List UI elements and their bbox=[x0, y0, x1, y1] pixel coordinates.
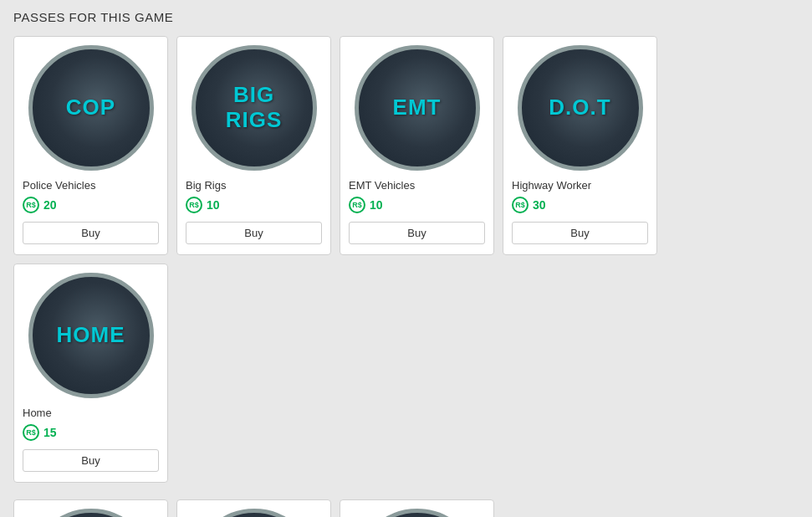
pass-name-big-rigs: Big Rigs bbox=[186, 179, 226, 192]
pass-name-emt: EMT Vehicles bbox=[349, 179, 415, 192]
pass-card-cop: COPPolice VehiclesR$20Buy bbox=[13, 36, 168, 255]
robux-icon: R$ bbox=[186, 197, 202, 213]
pass-price-amount-home: 15 bbox=[43, 426, 57, 439]
pass-price-amount-dot: 30 bbox=[533, 198, 546, 212]
pass-icon-dot: D.O.T bbox=[518, 45, 643, 171]
pass-card-dot: D.O.THighway WorkerR$30Buy bbox=[503, 36, 657, 255]
pass-card-radio: RADIOCar RadioR$20Buy bbox=[13, 499, 168, 517]
pass-icon-emt: EMT bbox=[355, 45, 480, 171]
robux-symbol: R$ bbox=[352, 202, 362, 209]
buy-button-big-rigs[interactable]: Buy bbox=[186, 222, 322, 244]
pass-price-row-big-rigs: R$10 bbox=[186, 197, 220, 213]
robux-icon: R$ bbox=[349, 197, 365, 213]
pass-price-amount-emt: 10 bbox=[370, 198, 383, 212]
pass-price-amount-cop: 20 bbox=[43, 198, 57, 212]
pass-icon-text-cop: COP bbox=[66, 95, 115, 120]
robux-icon: R$ bbox=[23, 424, 39, 441]
buy-button-cop[interactable]: Buy bbox=[23, 222, 159, 244]
pass-price-row-emt: R$10 bbox=[349, 197, 383, 213]
page-title: PASSES FOR THIS GAME bbox=[13, 10, 799, 24]
pass-icon-radio: RADIO bbox=[28, 509, 154, 517]
buy-button-home[interactable]: Buy bbox=[23, 449, 159, 472]
robux-icon: R$ bbox=[512, 197, 529, 213]
pass-name-dot: Highway Worker bbox=[512, 179, 591, 192]
pass-price-row-cop: R$20 bbox=[23, 197, 57, 213]
pass-icon-text-big-rigs: BIGRIGS bbox=[226, 83, 283, 133]
pass-icon-text-emt: EMT bbox=[393, 95, 442, 120]
pass-price-row-home: R$15 bbox=[23, 424, 57, 441]
pass-card-gun: GUNGunR$20Buy bbox=[340, 499, 494, 517]
pass-icon-text-home: HOME bbox=[57, 323, 125, 348]
pass-card-emt: EMTEMT VehiclesR$10Buy bbox=[340, 36, 494, 255]
pass-icon-gun: GUN bbox=[355, 509, 480, 517]
passes-grid: COPPolice VehiclesR$20BuyBIGRIGSBig Rigs… bbox=[13, 36, 799, 517]
pass-icon-big-rigs: BIGRIGS bbox=[192, 45, 317, 171]
robux-symbol: R$ bbox=[26, 202, 36, 209]
pass-name-cop: Police Vehicles bbox=[23, 179, 95, 192]
pass-icon-text-dot: D.O.T bbox=[549, 95, 610, 120]
pass-card-home: HOMEHomeR$15Buy bbox=[13, 264, 168, 483]
pass-icon-free-tolls: FREETOLLS bbox=[192, 509, 317, 517]
pass-card-free-tolls: FREETOLLSFree Tolls! -FIXED-R$2Buy bbox=[176, 499, 331, 517]
pass-price-row-dot: R$30 bbox=[512, 197, 546, 213]
buy-button-emt[interactable]: Buy bbox=[349, 222, 485, 244]
buy-button-dot[interactable]: Buy bbox=[512, 222, 648, 244]
pass-price-amount-big-rigs: 10 bbox=[207, 198, 220, 212]
robux-symbol: R$ bbox=[515, 202, 525, 209]
pass-card-big-rigs: BIGRIGSBig RigsR$10Buy bbox=[176, 36, 331, 255]
pass-name-home: Home bbox=[23, 407, 52, 419]
pass-icon-cop: COP bbox=[28, 45, 154, 171]
robux-symbol: R$ bbox=[189, 202, 199, 209]
pass-icon-home: HOME bbox=[28, 273, 154, 398]
robux-icon: R$ bbox=[23, 197, 39, 213]
robux-symbol: R$ bbox=[26, 429, 36, 437]
